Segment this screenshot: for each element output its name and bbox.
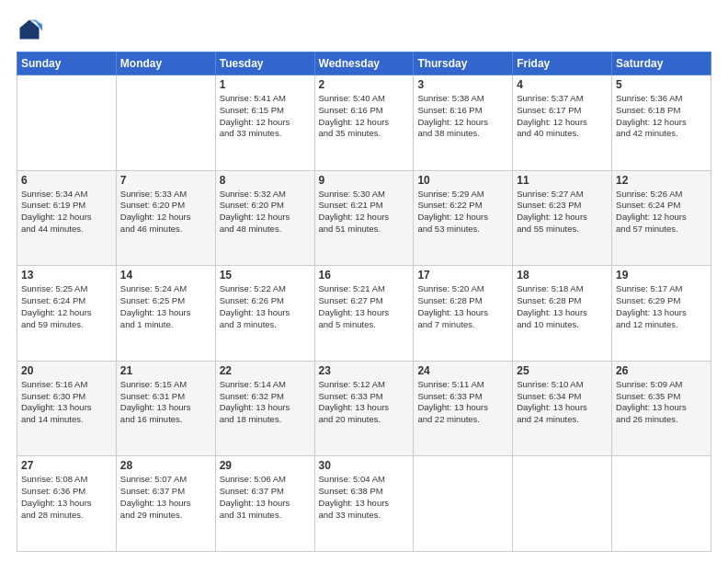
day-info: Sunrise: 5:27 AM Sunset: 6:23 PM Dayligh…	[517, 189, 608, 236]
day-number: 6	[21, 174, 112, 187]
svg-marker-0	[20, 20, 40, 40]
day-info: Sunrise: 5:40 AM Sunset: 6:16 PM Dayligh…	[319, 93, 410, 140]
day-info: Sunrise: 5:37 AM Sunset: 6:17 PM Dayligh…	[517, 93, 608, 140]
header	[17, 17, 711, 42]
day-number: 30	[319, 459, 410, 472]
col-header-friday: Friday	[513, 52, 612, 75]
week-row-2: 6Sunrise: 5:34 AM Sunset: 6:19 PM Daylig…	[17, 170, 711, 266]
day-info: Sunrise: 5:10 AM Sunset: 6:34 PM Dayligh…	[517, 379, 608, 426]
day-cell: 6Sunrise: 5:34 AM Sunset: 6:19 PM Daylig…	[17, 170, 117, 266]
calendar-table: SundayMondayTuesdayWednesdayThursdayFrid…	[17, 52, 711, 552]
day-number: 8	[220, 174, 311, 187]
logo	[17, 17, 46, 42]
day-number: 25	[517, 364, 608, 377]
day-info: Sunrise: 5:34 AM Sunset: 6:19 PM Dayligh…	[21, 189, 112, 236]
day-number: 20	[21, 364, 112, 377]
week-row-1: 1Sunrise: 5:41 AM Sunset: 6:15 PM Daylig…	[17, 75, 711, 171]
day-cell	[513, 456, 612, 552]
day-number: 18	[517, 269, 608, 282]
day-info: Sunrise: 5:25 AM Sunset: 6:24 PM Dayligh…	[21, 283, 112, 330]
day-number: 17	[417, 269, 508, 282]
day-cell	[116, 75, 215, 171]
day-number: 2	[319, 78, 410, 91]
day-info: Sunrise: 5:09 AM Sunset: 6:35 PM Dayligh…	[616, 379, 707, 426]
day-info: Sunrise: 5:14 AM Sunset: 6:32 PM Dayligh…	[220, 379, 311, 426]
col-header-thursday: Thursday	[414, 52, 513, 75]
day-cell: 5Sunrise: 5:36 AM Sunset: 6:18 PM Daylig…	[612, 75, 711, 171]
day-cell: 26Sunrise: 5:09 AM Sunset: 6:35 PM Dayli…	[612, 361, 711, 456]
day-cell: 8Sunrise: 5:32 AM Sunset: 6:20 PM Daylig…	[215, 170, 314, 266]
day-info: Sunrise: 5:17 AM Sunset: 6:29 PM Dayligh…	[616, 283, 707, 330]
day-cell: 22Sunrise: 5:14 AM Sunset: 6:32 PM Dayli…	[215, 361, 314, 456]
col-header-sunday: Sunday	[17, 52, 117, 75]
day-info: Sunrise: 5:04 AM Sunset: 6:38 PM Dayligh…	[319, 474, 410, 521]
day-info: Sunrise: 5:33 AM Sunset: 6:20 PM Dayligh…	[120, 189, 211, 236]
day-cell	[17, 75, 117, 171]
day-cell: 15Sunrise: 5:22 AM Sunset: 6:26 PM Dayli…	[215, 266, 314, 362]
day-info: Sunrise: 5:18 AM Sunset: 6:28 PM Dayligh…	[517, 283, 608, 330]
day-cell: 25Sunrise: 5:10 AM Sunset: 6:34 PM Dayli…	[513, 361, 612, 456]
day-cell: 18Sunrise: 5:18 AM Sunset: 6:28 PM Dayli…	[513, 266, 612, 362]
day-number: 7	[120, 174, 211, 187]
col-header-saturday: Saturday	[612, 52, 711, 75]
col-header-tuesday: Tuesday	[215, 52, 314, 75]
day-cell: 20Sunrise: 5:16 AM Sunset: 6:30 PM Dayli…	[17, 361, 117, 456]
day-number: 4	[517, 78, 608, 91]
day-cell: 7Sunrise: 5:33 AM Sunset: 6:20 PM Daylig…	[116, 170, 215, 266]
day-cell: 14Sunrise: 5:24 AM Sunset: 6:25 PM Dayli…	[116, 266, 215, 362]
day-number: 29	[220, 459, 311, 472]
day-info: Sunrise: 5:11 AM Sunset: 6:33 PM Dayligh…	[417, 379, 508, 426]
day-cell: 19Sunrise: 5:17 AM Sunset: 6:29 PM Dayli…	[612, 266, 711, 362]
day-number: 14	[120, 269, 211, 282]
day-number: 10	[417, 174, 508, 187]
day-info: Sunrise: 5:12 AM Sunset: 6:33 PM Dayligh…	[319, 379, 410, 426]
day-cell: 24Sunrise: 5:11 AM Sunset: 6:33 PM Dayli…	[414, 361, 513, 456]
logo-icon	[17, 17, 42, 42]
day-cell: 29Sunrise: 5:06 AM Sunset: 6:37 PM Dayli…	[215, 456, 314, 552]
day-cell: 2Sunrise: 5:40 AM Sunset: 6:16 PM Daylig…	[314, 75, 414, 171]
day-number: 3	[417, 78, 508, 91]
day-cell: 21Sunrise: 5:15 AM Sunset: 6:31 PM Dayli…	[116, 361, 215, 456]
day-info: Sunrise: 5:24 AM Sunset: 6:25 PM Dayligh…	[120, 283, 211, 330]
day-info: Sunrise: 5:30 AM Sunset: 6:21 PM Dayligh…	[319, 189, 410, 236]
day-cell: 28Sunrise: 5:07 AM Sunset: 6:37 PM Dayli…	[116, 456, 215, 552]
day-number: 19	[616, 269, 707, 282]
week-row-4: 20Sunrise: 5:16 AM Sunset: 6:30 PM Dayli…	[17, 361, 711, 456]
day-number: 21	[120, 364, 211, 377]
day-info: Sunrise: 5:07 AM Sunset: 6:37 PM Dayligh…	[120, 474, 211, 521]
day-cell: 30Sunrise: 5:04 AM Sunset: 6:38 PM Dayli…	[314, 456, 414, 552]
day-number: 27	[21, 459, 112, 472]
col-header-monday: Monday	[116, 52, 215, 75]
day-cell	[414, 456, 513, 552]
day-cell: 11Sunrise: 5:27 AM Sunset: 6:23 PM Dayli…	[513, 170, 612, 266]
day-info: Sunrise: 5:41 AM Sunset: 6:15 PM Dayligh…	[220, 93, 311, 140]
day-info: Sunrise: 5:15 AM Sunset: 6:31 PM Dayligh…	[120, 379, 211, 426]
day-info: Sunrise: 5:16 AM Sunset: 6:30 PM Dayligh…	[21, 379, 112, 426]
day-cell	[612, 456, 711, 552]
week-row-5: 27Sunrise: 5:08 AM Sunset: 6:36 PM Dayli…	[17, 456, 711, 552]
day-cell: 17Sunrise: 5:20 AM Sunset: 6:28 PM Dayli…	[414, 266, 513, 362]
day-info: Sunrise: 5:21 AM Sunset: 6:27 PM Dayligh…	[319, 283, 410, 330]
day-number: 1	[220, 78, 311, 91]
day-cell: 27Sunrise: 5:08 AM Sunset: 6:36 PM Dayli…	[17, 456, 117, 552]
day-info: Sunrise: 5:26 AM Sunset: 6:24 PM Dayligh…	[616, 189, 707, 236]
day-number: 24	[417, 364, 508, 377]
week-row-3: 13Sunrise: 5:25 AM Sunset: 6:24 PM Dayli…	[17, 266, 711, 362]
day-info: Sunrise: 5:06 AM Sunset: 6:37 PM Dayligh…	[220, 474, 311, 521]
day-cell: 13Sunrise: 5:25 AM Sunset: 6:24 PM Dayli…	[17, 266, 117, 362]
day-info: Sunrise: 5:36 AM Sunset: 6:18 PM Dayligh…	[616, 93, 707, 140]
day-number: 9	[319, 174, 410, 187]
day-number: 13	[21, 269, 112, 282]
day-cell: 3Sunrise: 5:38 AM Sunset: 6:16 PM Daylig…	[414, 75, 513, 171]
day-cell: 12Sunrise: 5:26 AM Sunset: 6:24 PM Dayli…	[612, 170, 711, 266]
day-cell: 4Sunrise: 5:37 AM Sunset: 6:17 PM Daylig…	[513, 75, 612, 171]
day-number: 23	[319, 364, 410, 377]
day-number: 22	[220, 364, 311, 377]
day-number: 15	[220, 269, 311, 282]
calendar-page: SundayMondayTuesdayWednesdayThursdayFrid…	[0, 0, 728, 563]
col-header-wednesday: Wednesday	[314, 52, 414, 75]
day-info: Sunrise: 5:08 AM Sunset: 6:36 PM Dayligh…	[21, 474, 112, 521]
day-number: 11	[517, 174, 608, 187]
day-number: 12	[616, 174, 707, 187]
day-cell: 10Sunrise: 5:29 AM Sunset: 6:22 PM Dayli…	[414, 170, 513, 266]
